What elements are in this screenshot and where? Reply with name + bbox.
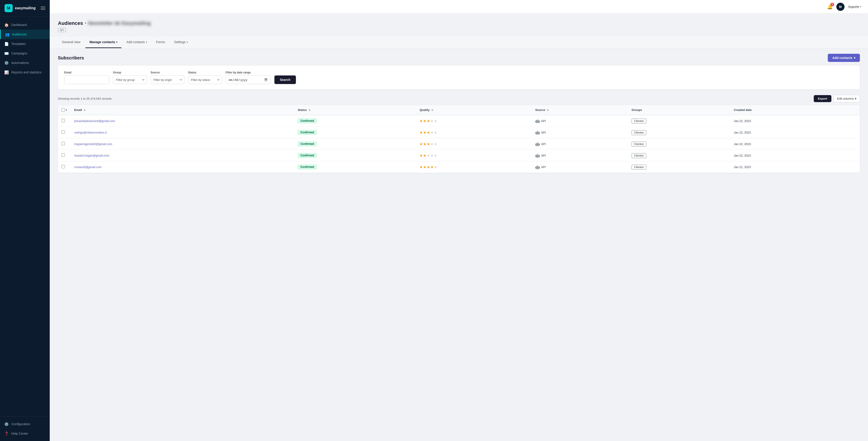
empty-star-icon: ★ [434, 130, 437, 135]
sidebar-item-reports[interactable]: 📊 Reports and statistics [0, 68, 50, 77]
breadcrumb-separator: · [85, 20, 86, 26]
export-button[interactable]: Export [814, 95, 831, 102]
search-button[interactable]: Search [274, 75, 296, 84]
email-link[interactable]: howard.hogan@gmail.com [74, 154, 109, 157]
email-input[interactable] [64, 75, 110, 84]
add-contacts-button[interactable]: Add contacts ▾ [828, 54, 860, 62]
group-select[interactable]: Filter by group [113, 75, 147, 84]
row-checkbox[interactable] [61, 130, 65, 134]
templates-icon: 📄 [4, 42, 8, 46]
row-groups: Clientes [628, 127, 730, 138]
empty-star-icon: ★ [430, 153, 434, 158]
sidebar-item-campaigns[interactable]: ✉️ Campaigns [0, 49, 50, 58]
row-checkbox[interactable] [61, 142, 65, 145]
api-icon: 🤖 [535, 119, 540, 123]
app-name: easymailing [15, 6, 36, 10]
sidebar-item-dashboard[interactable]: 🏠 Dashboard [0, 20, 50, 30]
sidebar-item-label: Audiences [12, 33, 27, 36]
col-header-groups: Groups [628, 105, 730, 115]
filled-star-icon: ★ [420, 130, 423, 135]
row-email: privacidadnamcimt@gmail.com [70, 115, 294, 127]
status-badge: Confirmed [298, 130, 317, 135]
audiences-icon: 👥 [5, 32, 9, 36]
select-all-checkbox[interactable] [61, 108, 65, 112]
sort-icon[interactable]: ⇅ [84, 109, 86, 112]
status-select[interactable]: Filter by status [188, 75, 222, 84]
table-header-row: ▾ Email ⇅ Status ⇅ Q [58, 105, 860, 115]
chevron-down-icon: ▾ [146, 41, 147, 43]
sort-icon[interactable]: ⇅ [431, 109, 433, 112]
subscribers-table: ▾ Email ⇅ Status ⇅ Q [58, 105, 860, 173]
tab-add-contacts[interactable]: Add contacts ▾ [122, 37, 151, 48]
logo-icon: M [4, 4, 13, 12]
filled-star-icon: ★ [420, 153, 423, 158]
row-checkbox-cell [58, 150, 70, 161]
row-checkbox[interactable] [61, 153, 65, 157]
email-link[interactable]: contact5@gmail.com [74, 165, 102, 169]
tab-general-view[interactable]: General view [58, 37, 85, 48]
sidebar-nav: 🏠 Dashboard 👥 Audiences 📄 Templates ✉️ C… [0, 17, 50, 416]
chevron-down-icon: ▾ [854, 56, 855, 60]
email-filter-group: Email [64, 71, 110, 84]
sidebar-item-help[interactable]: ❓ Help Center [0, 429, 50, 438]
email-link[interactable]: rodrigo@robservonline.cl [74, 131, 107, 134]
api-icon: 🤖 [535, 165, 540, 169]
sort-desc-icon[interactable]: ↓ [753, 109, 754, 112]
dropdown-chevron-icon[interactable]: ▾ [66, 109, 67, 111]
sort-icon[interactable]: ⇅ [309, 109, 310, 112]
notification-button[interactable]: 🔔 5 [827, 4, 833, 9]
row-source: 🤖API [532, 127, 628, 138]
source-filter-label: Source [151, 71, 184, 74]
sidebar-item-templates[interactable]: 📄 Templates [0, 39, 50, 49]
row-created-date: Jan 22, 2023 [730, 115, 860, 127]
empty-star-icon: ★ [427, 153, 430, 158]
table-row: contact5@gmail.comConfirmed★★★★★🤖APIClie… [58, 161, 860, 173]
sidebar-item-label: Campaigns [11, 52, 27, 55]
status-filter-label: Status [188, 71, 222, 74]
sidebar-item-audiences[interactable]: 👥 Audiences [0, 30, 50, 39]
filled-star-icon: ★ [423, 119, 426, 123]
main-content: 🔔 5 M Soporte ▾ Audiences · Newsletter d… [50, 0, 868, 441]
filled-star-icon: ★ [423, 153, 426, 158]
row-status: Confirmed [294, 127, 416, 138]
row-created-date: Jan 22, 2023 [730, 150, 860, 161]
col-header-source: Source ⇅ [532, 105, 628, 115]
campaigns-icon: ✉️ [4, 51, 8, 55]
email-link[interactable]: privacidadnamcimt@gmail.com [74, 119, 115, 123]
filled-star-icon: ★ [427, 119, 430, 123]
page-header: Audiences · Newsletter de Easymailing AP… [58, 20, 860, 32]
chevron-down-icon: ▾ [860, 5, 861, 8]
source-select[interactable]: Filter by origin [151, 75, 184, 84]
table-row: privacidadnamcimt@gmail.comConfirmed★★★★… [58, 115, 860, 127]
tab-forms[interactable]: Forms [152, 37, 169, 48]
group-filter-label: Group [113, 71, 147, 74]
email-link[interactable]: mspanriqpmst42@gmail.com [74, 142, 112, 146]
date-range-input[interactable] [225, 75, 271, 84]
edit-columns-button[interactable]: Edit columns ▾ [834, 95, 860, 102]
records-info: Showing records 1 to 25 of 6,042 records [58, 97, 112, 100]
sidebar-item-automations[interactable]: ⚙️ Automations [0, 58, 50, 68]
breadcrumb: Audiences · Newsletter de Easymailing [58, 20, 860, 26]
row-created-date: Jan 21, 2023 [730, 161, 860, 173]
row-checkbox[interactable] [61, 119, 65, 122]
avatar[interactable]: M [836, 3, 844, 11]
user-menu[interactable]: Soporte ▾ [848, 5, 861, 8]
row-email: mspanriqpmst42@gmail.com [70, 138, 294, 150]
sidebar-logo: M easymailing [0, 0, 50, 17]
hamburger-menu[interactable] [41, 6, 45, 10]
row-checkbox[interactable] [61, 165, 65, 168]
group-badge: Clientes [631, 119, 646, 124]
email-filter-label: Email [64, 71, 110, 74]
filled-star-icon: ★ [427, 142, 430, 146]
sidebar-item-label: Templates [11, 42, 26, 45]
sort-icon[interactable]: ⇅ [547, 109, 549, 112]
tab-manage-contacts[interactable]: Manage contacts ▾ [86, 37, 122, 48]
chevron-down-icon: ▾ [116, 41, 117, 43]
api-badge: API [58, 28, 66, 32]
group-badge: Clientes [631, 141, 646, 147]
group-badge: Clientes [631, 153, 646, 158]
tab-settings[interactable]: Settings ▾ [170, 37, 192, 48]
row-quality: ★★★★★ [416, 138, 531, 150]
topbar: 🔔 5 M Soporte ▾ [50, 0, 868, 13]
sidebar-item-configuration[interactable]: ⚙️ Configuration [0, 419, 50, 429]
